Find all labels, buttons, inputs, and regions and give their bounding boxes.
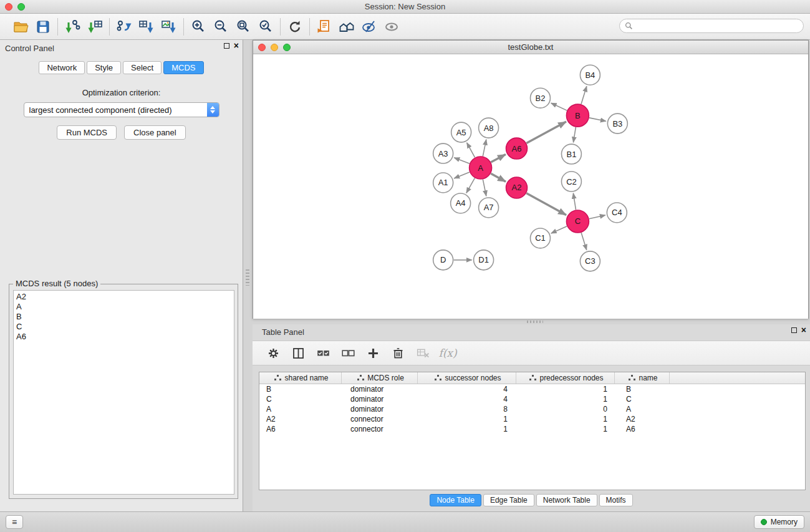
table-cell[interactable]: dominator [342, 384, 418, 394]
edge-A-A5[interactable] [467, 143, 475, 158]
search-input[interactable] [636, 21, 798, 31]
node-C[interactable]: C [566, 210, 589, 233]
edge-C-C3[interactable] [581, 233, 587, 250]
tab-node-table[interactable]: Node Table [430, 494, 481, 506]
close-panel-icon[interactable]: × [234, 42, 239, 49]
table-cell[interactable]: A [615, 404, 670, 414]
vertical-splitter[interactable] [243, 40, 253, 511]
tab-network-table[interactable]: Network Table [536, 494, 597, 506]
table-cell[interactable]: 8 [418, 404, 516, 414]
zoom-out-icon[interactable] [211, 17, 230, 36]
memory-button[interactable]: Memory [754, 515, 804, 529]
table-cell[interactable]: dominator [342, 404, 418, 414]
node-A5[interactable]: A5 [451, 122, 471, 142]
edge-A-A6[interactable] [491, 154, 506, 162]
node-B4[interactable]: B4 [580, 65, 600, 85]
close-panel-button[interactable]: Close panel [124, 125, 186, 140]
edge-A-A8[interactable] [483, 140, 486, 157]
node-A7[interactable]: A7 [479, 198, 499, 218]
table-cell[interactable]: B [259, 384, 342, 394]
edge-A-A1[interactable] [454, 172, 470, 178]
node-A2[interactable]: A2 [506, 177, 528, 198]
result-item[interactable]: C [16, 322, 234, 332]
close-panel-icon[interactable]: × [801, 327, 806, 333]
table-row[interactable]: A6connector11A6 [259, 424, 805, 434]
open-icon[interactable] [11, 17, 30, 36]
column-header-shared-name[interactable]: shared name [259, 372, 342, 384]
hide-details-icon[interactable] [382, 17, 401, 36]
export-network-icon[interactable] [115, 17, 133, 36]
column-header-name[interactable]: name [615, 372, 670, 384]
table-row[interactable]: Adominator80A [259, 404, 805, 414]
task-history-button[interactable]: ≡ [6, 515, 23, 529]
table-cell[interactable]: C [615, 394, 670, 404]
node-C1[interactable]: C1 [531, 228, 551, 248]
node-A1[interactable]: A1 [433, 173, 453, 193]
table-cell[interactable]: 1 [516, 394, 615, 404]
node-A6[interactable]: A6 [506, 138, 528, 159]
node-D1[interactable]: D1 [474, 250, 494, 270]
add-icon[interactable] [364, 344, 382, 362]
edge-A2-C[interactable] [526, 193, 566, 215]
zoom-selected-icon[interactable] [256, 17, 275, 36]
node-A4[interactable]: A4 [451, 193, 471, 213]
table-row[interactable]: Bdominator41B [259, 384, 805, 394]
function-icon[interactable]: f(x) [438, 344, 457, 362]
column-header-predecessor-nodes[interactable]: predecessor nodes [516, 372, 615, 384]
table-row[interactable]: Cdominator41C [259, 394, 805, 404]
node-C2[interactable]: C2 [561, 172, 581, 191]
edge-A-A3[interactable] [454, 158, 469, 163]
style-details-icon[interactable] [360, 17, 378, 36]
table-cell[interactable]: 1 [418, 424, 516, 434]
clipboard-icon[interactable] [315, 17, 334, 36]
search-field[interactable] [619, 19, 804, 33]
settings-icon[interactable] [264, 344, 282, 362]
edge-B-B1[interactable] [573, 127, 576, 142]
node-A8[interactable]: A8 [479, 118, 499, 138]
tab-select[interactable]: Select [123, 61, 162, 74]
zoom-fit-icon[interactable] [234, 17, 253, 36]
table-cell[interactable]: 4 [418, 384, 516, 394]
node-B3[interactable]: B3 [607, 114, 627, 133]
table-cell[interactable]: A6 [259, 424, 342, 434]
table-cell[interactable]: dominator [342, 394, 418, 404]
refresh-icon[interactable] [286, 17, 304, 36]
table-cell[interactable]: 0 [516, 404, 615, 414]
edge-A-A4[interactable] [466, 178, 475, 193]
deselect-all-icon[interactable] [339, 344, 357, 362]
table-cell[interactable]: B [615, 384, 670, 394]
edge-C-C4[interactable] [589, 215, 605, 219]
node-C3[interactable]: C3 [580, 251, 600, 271]
tab-style[interactable]: Style [87, 61, 121, 74]
optimization-criterion-dropdown[interactable]: largest connected component (directed) [24, 102, 219, 117]
edge-A-A7[interactable] [483, 180, 486, 196]
edge-C-C1[interactable] [551, 226, 567, 233]
node-B1[interactable]: B1 [561, 144, 581, 164]
column-header-MCDS-role[interactable]: MCDS role [342, 372, 418, 384]
table-cell[interactable]: C [259, 394, 342, 404]
float-panel-icon[interactable] [224, 43, 229, 49]
edge-A-A2[interactable] [491, 173, 506, 181]
edge-A6-B[interactable] [526, 122, 566, 143]
node-D[interactable]: D [433, 250, 453, 270]
save-icon[interactable] [34, 17, 52, 36]
network-canvas[interactable]: B4B2BB3A5A8A6B1A3AC2A1A2A4A7C4CC1C3DD1 [253, 54, 808, 319]
delete-icon[interactable] [388, 344, 407, 362]
result-item[interactable]: A [16, 302, 234, 312]
result-item[interactable]: B [16, 312, 234, 322]
import-table-icon[interactable] [85, 17, 104, 36]
float-panel-icon[interactable] [791, 327, 797, 333]
edge-B-B4[interactable] [581, 86, 587, 104]
node-C4[interactable]: C4 [607, 203, 627, 223]
table-cell[interactable]: A2 [615, 414, 670, 424]
table-cell[interactable]: A2 [259, 414, 342, 424]
result-item[interactable]: A2 [16, 292, 234, 302]
home-network-icon[interactable] [337, 17, 356, 36]
edge-B-B2[interactable] [551, 103, 567, 110]
network-graph[interactable]: B4B2BB3A5A8A6B1A3AC2A1A2A4A7C4CC1C3DD1 [253, 54, 808, 319]
table-cell[interactable]: 1 [516, 424, 615, 434]
tab-network[interactable]: Network [39, 61, 85, 74]
tab-edge-table[interactable]: Edge Table [483, 494, 534, 506]
mcds-result-list[interactable]: A2ABCA6 [13, 290, 234, 495]
table-cell[interactable]: 1 [516, 414, 615, 424]
